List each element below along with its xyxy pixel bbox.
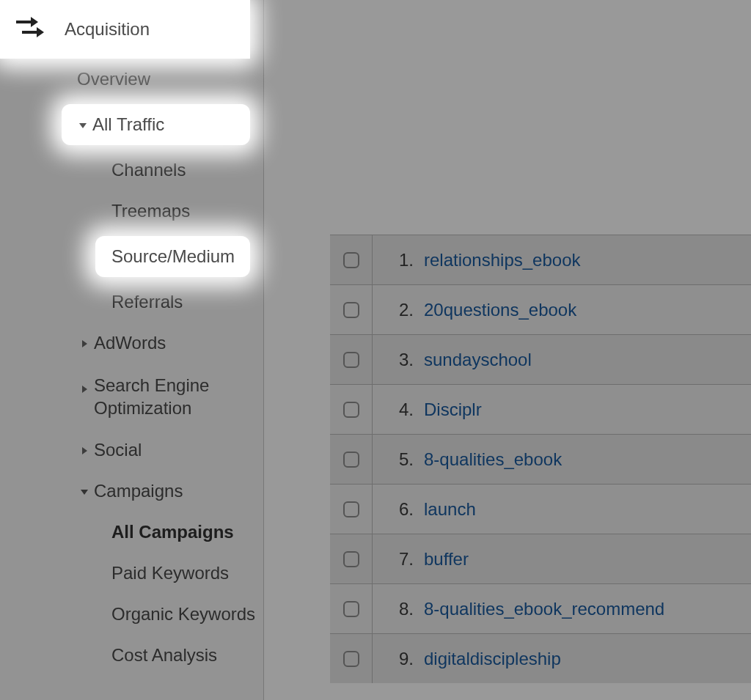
row-checkbox[interactable] — [343, 551, 359, 567]
sidebar-item-cost-analysis-label: Cost Analysis — [111, 645, 217, 666]
row-number: 5. — [373, 449, 424, 470]
row-link[interactable]: 8-qualities_ebook_recommend — [424, 599, 664, 619]
sidebar-item-channels[interactable]: Channels — [0, 150, 263, 191]
table-row: 6.launch — [330, 484, 751, 534]
row-link[interactable]: launch — [424, 499, 476, 519]
table-row: 1.relationships_ebook — [330, 235, 751, 284]
table-cell-checkbox — [330, 534, 373, 583]
table-row: 8.8-qualities_ebook_recommend — [330, 583, 751, 633]
row-link-cell: 8-qualities_ebook — [424, 449, 751, 470]
table-row: 9.digitaldiscipleship — [330, 633, 751, 683]
row-link[interactable]: 8-qualities_ebook — [424, 449, 562, 469]
sidebar-item-channels-label: Channels — [111, 160, 186, 180]
row-checkbox[interactable] — [343, 651, 359, 667]
row-checkbox[interactable] — [343, 352, 359, 368]
table-cell-checkbox — [330, 634, 373, 683]
table-row: 5.8-qualities_ebook — [330, 434, 751, 484]
sidebar-item-cost-analysis[interactable]: Cost Analysis — [0, 635, 263, 676]
table-row: 3.sundayschool — [330, 334, 751, 384]
row-link[interactable]: 20questions_ebook — [424, 300, 576, 320]
row-number: 8. — [373, 599, 424, 619]
row-link[interactable]: digitaldiscipleship — [424, 649, 561, 668]
row-link-cell: Disciplr — [424, 399, 751, 420]
table-cell-checkbox — [330, 385, 373, 434]
table-cell-checkbox — [330, 485, 373, 534]
sidebar-item-overview-label: Overview — [77, 69, 150, 89]
row-link[interactable]: Disciplr — [424, 399, 482, 419]
row-number: 7. — [373, 549, 424, 570]
row-checkbox[interactable] — [343, 501, 359, 517]
sidebar-alltraffic-highlight: All Traffic — [62, 104, 250, 145]
sidebar-sourcemedium-highlight: Source/Medium — [95, 236, 250, 277]
sidebar-item-organic-keywords[interactable]: Organic Keywords — [0, 594, 263, 635]
sidebar-group-campaigns-label: Campaigns — [94, 481, 183, 501]
caret-down-icon — [79, 481, 89, 501]
row-number: 2. — [373, 300, 424, 320]
table-row: 2.20questions_ebook — [330, 284, 751, 334]
caret-down-icon — [78, 114, 88, 135]
table-row: 7.buffer — [330, 534, 751, 583]
caret-right-icon — [79, 333, 89, 353]
row-link-cell: digitaldiscipleship — [424, 649, 751, 669]
sidebar-item-source-medium-label: Source/Medium — [111, 246, 235, 267]
sidebar-item-referrals-label: Referrals — [111, 292, 183, 312]
sidebar-item-paid-keywords[interactable]: Paid Keywords — [0, 553, 263, 594]
row-link[interactable]: relationships_ebook — [424, 250, 580, 270]
sidebar-item-all-campaigns[interactable]: All Campaigns — [0, 512, 263, 553]
row-link[interactable]: sundayschool — [424, 350, 532, 369]
caret-right-icon — [79, 374, 89, 399]
sidebar-group-adwords[interactable]: AdWords — [0, 323, 263, 364]
sidebar-item-paid-keywords-label: Paid Keywords — [111, 563, 229, 583]
row-checkbox[interactable] — [343, 302, 359, 318]
sidebar-item-acquisition[interactable]: Acquisition — [0, 0, 250, 59]
sidebar-item-overview[interactable]: Overview — [0, 59, 263, 100]
row-checkbox[interactable] — [343, 452, 359, 468]
sidebar-group-campaigns[interactable]: Campaigns — [0, 471, 263, 512]
sidebar: Acquisition Overview All Traffic Channel… — [0, 0, 264, 700]
row-number: 1. — [373, 250, 424, 270]
sidebar-item-organic-keywords-label: Organic Keywords — [111, 604, 255, 625]
row-number: 6. — [373, 499, 424, 520]
table-cell-checkbox — [330, 584, 373, 633]
row-link-cell: sundayschool — [424, 350, 751, 370]
table-row: 4.Disciplr — [330, 384, 751, 434]
table-cell-checkbox — [330, 235, 373, 284]
row-checkbox[interactable] — [343, 402, 359, 418]
sidebar-item-treemaps-label: Treemaps — [111, 201, 190, 221]
sidebar-item-all-campaigns-label: All Campaigns — [111, 522, 234, 542]
sidebar-item-acquisition-label: Acquisition — [65, 19, 150, 40]
sidebar-group-social-label: Social — [94, 440, 142, 460]
data-table: 1.relationships_ebook2.20questions_ebook… — [330, 235, 751, 683]
sidebar-group-all-traffic[interactable]: All Traffic — [62, 104, 250, 145]
table-cell-checkbox — [330, 335, 373, 384]
table-cell-checkbox — [330, 435, 373, 484]
acquisition-arrows-icon — [15, 15, 44, 44]
row-link-cell: 8-qualities_ebook_recommend — [424, 599, 751, 619]
table-cell-checkbox — [330, 285, 373, 334]
row-link-cell: relationships_ebook — [424, 250, 751, 270]
row-checkbox[interactable] — [343, 252, 359, 268]
sidebar-group-all-traffic-label: All Traffic — [92, 114, 164, 135]
row-link-cell: 20questions_ebook — [424, 300, 751, 320]
sidebar-item-source-medium[interactable]: Source/Medium — [95, 236, 250, 277]
sidebar-item-referrals[interactable]: Referrals — [0, 281, 263, 323]
row-link-cell: launch — [424, 499, 751, 520]
page-root: Acquisition Overview All Traffic Channel… — [0, 0, 751, 700]
row-number: 3. — [373, 350, 424, 370]
row-number: 4. — [373, 399, 424, 420]
row-checkbox[interactable] — [343, 601, 359, 617]
row-link-cell: buffer — [424, 549, 751, 570]
sidebar-item-treemaps[interactable]: Treemaps — [0, 191, 263, 232]
row-number: 9. — [373, 649, 424, 669]
sidebar-group-social[interactable]: Social — [0, 430, 263, 471]
sidebar-group-seo-label: Search Engine Optimization — [94, 374, 241, 419]
sidebar-group-adwords-label: AdWords — [94, 333, 166, 353]
sidebar-top-highlight: Acquisition — [0, 0, 250, 59]
caret-right-icon — [79, 440, 89, 460]
sidebar-group-seo[interactable]: Search Engine Optimization — [0, 364, 263, 430]
row-link[interactable]: buffer — [424, 549, 469, 569]
